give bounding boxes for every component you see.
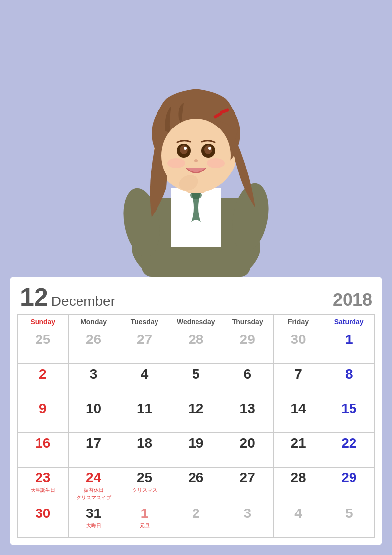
calendar-cell: 23天皇誕生日 bbox=[18, 468, 69, 503]
event-label: 大晦日 bbox=[71, 522, 117, 529]
day-number: 18 bbox=[121, 436, 168, 451]
calendar-week-row: 16171819202122 bbox=[18, 433, 375, 468]
calendar-cell: 9 bbox=[18, 398, 69, 433]
day-number: 19 bbox=[172, 436, 220, 451]
calendar-cell: 5 bbox=[323, 503, 375, 537]
svg-point-17 bbox=[184, 147, 187, 150]
day-number: 28 bbox=[275, 470, 321, 486]
calendar-cell: 16 bbox=[18, 433, 69, 468]
calendar-cell: 3 bbox=[68, 364, 119, 398]
calendar-cell: 10 bbox=[68, 398, 119, 433]
header-sunday: Sunday bbox=[18, 315, 69, 329]
calendar-week-row: 2345678 bbox=[18, 364, 375, 398]
calendar-cell: 20 bbox=[222, 433, 273, 468]
header-friday: Friday bbox=[273, 315, 323, 329]
calendar-cell: 19 bbox=[170, 433, 222, 468]
day-number: 31 bbox=[71, 506, 117, 521]
month-header: 12 December 2018 bbox=[17, 282, 375, 314]
day-number: 26 bbox=[71, 332, 117, 347]
day-number: 27 bbox=[224, 470, 271, 486]
day-number: 3 bbox=[71, 367, 117, 382]
event-label: 元旦 bbox=[121, 522, 168, 529]
day-number: 25 bbox=[121, 470, 168, 486]
day-number: 5 bbox=[325, 506, 372, 521]
calendar-cell: 29 bbox=[222, 329, 273, 364]
day-number: 20 bbox=[224, 436, 271, 451]
calendar-cell: 26 bbox=[68, 329, 119, 364]
header-monday: Monday bbox=[68, 315, 119, 329]
day-number: 4 bbox=[275, 506, 321, 521]
calendar-cell: 15 bbox=[323, 398, 375, 433]
calendar-cell: 21 bbox=[273, 433, 323, 468]
calendar-cell: 17 bbox=[68, 433, 119, 468]
header-saturday: Saturday bbox=[323, 315, 375, 329]
day-number: 11 bbox=[121, 401, 168, 417]
calendar-cell: 7 bbox=[273, 364, 323, 398]
day-number: 16 bbox=[20, 436, 66, 451]
calendar-cell: 25 bbox=[18, 329, 69, 364]
calendar-cell: 5 bbox=[170, 364, 222, 398]
day-number: 6 bbox=[224, 367, 271, 382]
day-number: 2 bbox=[172, 506, 220, 521]
calendar-cell: 2 bbox=[18, 364, 69, 398]
calendar-week-row: 2526272829301 bbox=[18, 329, 375, 364]
day-number: 17 bbox=[71, 436, 117, 451]
svg-point-20 bbox=[167, 158, 185, 168]
calendar-cell: 12 bbox=[170, 398, 222, 433]
day-number: 7 bbox=[275, 367, 321, 382]
day-number: 3 bbox=[224, 506, 271, 521]
year-number: 2018 bbox=[333, 290, 372, 310]
day-number: 10 bbox=[71, 401, 117, 417]
svg-point-18 bbox=[208, 147, 211, 150]
day-number: 21 bbox=[275, 436, 321, 451]
illustration-area bbox=[0, 0, 392, 277]
day-number: 28 bbox=[172, 332, 220, 347]
calendar-cell: 30 bbox=[18, 503, 69, 537]
month-left: 12 December bbox=[20, 284, 115, 310]
day-number: 2 bbox=[20, 367, 66, 382]
day-number: 13 bbox=[224, 401, 271, 417]
day-number: 14 bbox=[275, 401, 321, 417]
calendar-cell: 28 bbox=[273, 468, 323, 503]
calendar-cell: 25クリスマス bbox=[119, 468, 170, 503]
calendar-cell: 27 bbox=[119, 329, 170, 364]
calendar-cell: 14 bbox=[273, 398, 323, 433]
calendar-cell: 8 bbox=[323, 364, 375, 398]
calendar-header-row: Sunday Monday Tuesday Wednesday Thursday… bbox=[18, 315, 375, 329]
svg-point-16 bbox=[204, 145, 212, 154]
event-label: クリスマスイブ bbox=[71, 494, 117, 501]
day-number: 23 bbox=[20, 470, 66, 486]
day-number: 8 bbox=[325, 367, 372, 382]
calendar-week-row: 23天皇誕生日24振替休日クリスマスイブ25クリスマス26272829 bbox=[18, 468, 375, 503]
event-label: 振替休日 bbox=[71, 487, 117, 493]
calendar-cell: 18 bbox=[119, 433, 170, 468]
day-number: 27 bbox=[121, 332, 168, 347]
event-label: クリスマス bbox=[121, 487, 168, 493]
day-number: 1 bbox=[325, 332, 372, 347]
day-number: 24 bbox=[71, 470, 117, 486]
day-number: 4 bbox=[121, 367, 168, 382]
day-number: 5 bbox=[172, 367, 220, 382]
calendar-cell: 28 bbox=[170, 329, 222, 364]
anime-character bbox=[92, 10, 300, 277]
day-number: 29 bbox=[224, 332, 271, 347]
day-number: 1 bbox=[121, 506, 168, 521]
event-label: 天皇誕生日 bbox=[20, 487, 66, 493]
day-number: 29 bbox=[325, 470, 372, 486]
day-number: 15 bbox=[325, 401, 372, 417]
month-number: 12 bbox=[20, 284, 48, 310]
calendar-cell: 3 bbox=[222, 503, 273, 537]
calendar-cell: 4 bbox=[119, 364, 170, 398]
calendar-cell: 11 bbox=[119, 398, 170, 433]
svg-point-21 bbox=[207, 158, 225, 168]
day-number: 26 bbox=[172, 470, 220, 486]
calendar-cell: 31大晦日 bbox=[68, 503, 119, 537]
month-name: December bbox=[51, 294, 115, 309]
calendar-table: Sunday Monday Tuesday Wednesday Thursday… bbox=[17, 314, 375, 538]
calendar-cell: 2 bbox=[170, 503, 222, 537]
day-number: 25 bbox=[20, 332, 66, 347]
calendar-section: 12 December 2018 Sunday Monday Tuesday W… bbox=[10, 277, 382, 545]
calendar-cell: 27 bbox=[222, 468, 273, 503]
calendar-cell: 29 bbox=[323, 468, 375, 503]
calendar-cell: 1元旦 bbox=[119, 503, 170, 537]
